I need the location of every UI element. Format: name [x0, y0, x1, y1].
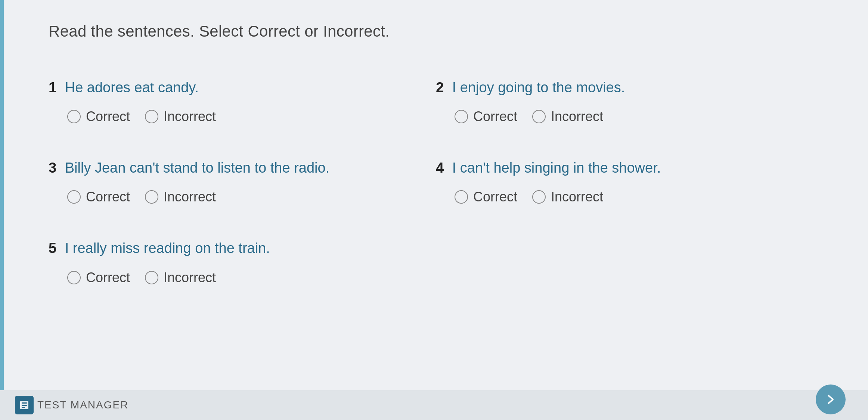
question-4-incorrect-radio[interactable] [532, 190, 546, 204]
question-1-incorrect-radio[interactable] [145, 110, 158, 123]
question-4-number: 4 [436, 160, 444, 176]
question-4-correct-radio[interactable] [455, 190, 468, 204]
bottom-logo: TEST MANAGER [15, 396, 128, 414]
left-accent-bar [0, 0, 4, 420]
question-5-sentence: 5 I really miss reading on the train. [49, 238, 421, 258]
question-2-correct-option[interactable]: Correct [455, 109, 517, 124]
question-4-sentence: 4 I can't help singing in the shower. [436, 158, 808, 178]
question-2-incorrect-option[interactable]: Incorrect [532, 109, 603, 124]
question-1-options: Correct Incorrect [49, 109, 421, 124]
page-container: Read the sentences. Select Correct or In… [0, 0, 868, 420]
question-1-number: 1 [49, 80, 56, 95]
svg-rect-3 [22, 407, 25, 408]
question-1-incorrect-option[interactable]: Incorrect [145, 109, 216, 124]
bottom-logo-text: TEST MANAGER [37, 399, 128, 411]
question-4-correct-option[interactable]: Correct [455, 189, 517, 205]
next-button[interactable] [816, 385, 846, 414]
question-3-incorrect-radio[interactable] [145, 190, 158, 204]
question-2-options: Correct Incorrect [436, 109, 808, 124]
bottom-bar: TEST MANAGER [0, 390, 868, 420]
question-5-number: 5 [49, 240, 56, 256]
svg-rect-1 [22, 402, 27, 404]
question-block-3: 3 Billy Jean can't stand to listen to th… [49, 147, 436, 227]
question-block-4: 4 I can't help singing in the shower. Co… [436, 147, 823, 227]
question-5-options: Correct Incorrect [49, 270, 421, 285]
question-3-correct-radio[interactable] [67, 190, 81, 204]
question-1-sentence: 1 He adores eat candy. [49, 78, 421, 98]
question-3-number: 3 [49, 160, 56, 176]
instructions-text: Read the sentences. Select Correct or In… [49, 22, 823, 40]
logo-icon [15, 396, 34, 414]
question-3-correct-option[interactable]: Correct [67, 189, 130, 205]
question-2-sentence: 2 I enjoy going to the movies. [436, 78, 808, 98]
question-3-sentence: 3 Billy Jean can't stand to listen to th… [49, 158, 421, 178]
question-block-5: 5 I really miss reading on the train. Co… [49, 227, 436, 308]
question-2-correct-radio[interactable] [455, 110, 468, 123]
question-block-2: 2 I enjoy going to the movies. Correct I… [436, 67, 823, 147]
questions-grid: 1 He adores eat candy. Correct Incorrect… [49, 67, 823, 308]
question-3-options: Correct Incorrect [49, 189, 421, 205]
question-4-options: Correct Incorrect [436, 189, 808, 205]
question-5-correct-option[interactable]: Correct [67, 270, 130, 285]
question-2-incorrect-radio[interactable] [532, 110, 546, 123]
question-4-incorrect-option[interactable]: Incorrect [532, 189, 603, 205]
question-5-correct-radio[interactable] [67, 271, 81, 284]
question-block-1: 1 He adores eat candy. Correct Incorrect [49, 67, 436, 147]
svg-rect-2 [22, 405, 27, 406]
question-1-correct-radio[interactable] [67, 110, 81, 123]
question-2-number: 2 [436, 80, 444, 95]
question-5-incorrect-radio[interactable] [145, 271, 158, 284]
question-1-correct-option[interactable]: Correct [67, 109, 130, 124]
question-5-incorrect-option[interactable]: Incorrect [145, 270, 216, 285]
question-3-incorrect-option[interactable]: Incorrect [145, 189, 216, 205]
